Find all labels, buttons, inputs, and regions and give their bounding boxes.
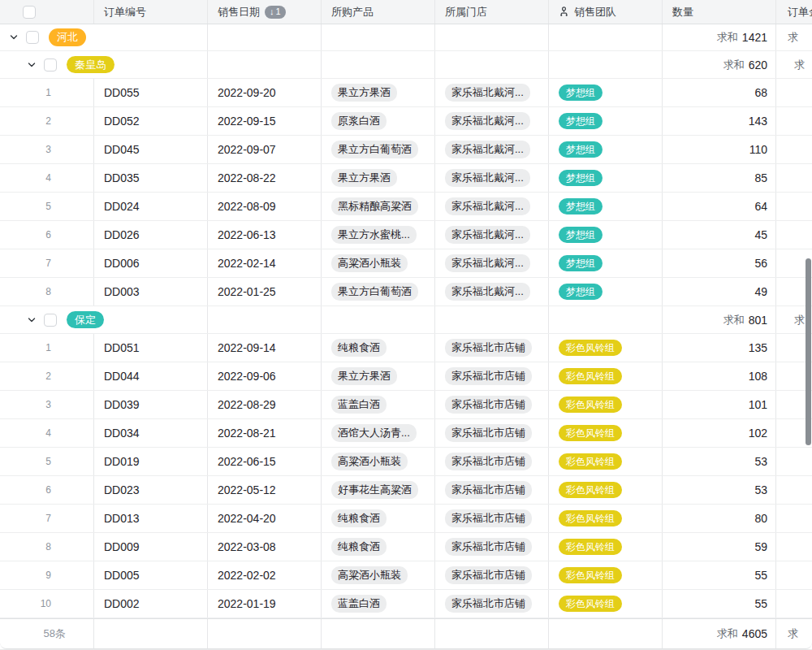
quantity-cell[interactable]: 110 xyxy=(663,136,776,163)
team-cell[interactable]: 梦想组 xyxy=(549,193,663,220)
date-cell[interactable]: 2022-08-22 xyxy=(208,164,322,192)
date-cell[interactable]: 2022-05-12 xyxy=(208,476,322,504)
group-header-row-保定[interactable]: 保定求和801求 xyxy=(0,306,812,334)
store-cell[interactable]: 家乐福北市店铺 xyxy=(435,590,549,618)
order-id-cell[interactable]: DD052 xyxy=(94,107,208,135)
group-checkbox[interactable] xyxy=(26,31,39,44)
quantity-cell[interactable]: 45 xyxy=(663,221,776,249)
chevron-down-icon[interactable] xyxy=(8,32,19,43)
order-id-cell[interactable]: DD005 xyxy=(94,561,208,589)
product-cell[interactable]: 好事花生高粱酒 xyxy=(322,476,435,504)
table-row[interactable]: 5DD0242022-08-09黑标精酿高粱酒家乐福北戴河...梦想组64 xyxy=(0,193,812,221)
date-cell[interactable]: 2022-06-15 xyxy=(208,448,322,475)
team-cell[interactable]: 彩色风铃组 xyxy=(549,476,663,504)
quantity-cell[interactable]: 59 xyxy=(663,533,776,561)
store-cell[interactable]: 家乐福北市店铺 xyxy=(435,419,549,447)
amount-cell[interactable] xyxy=(776,136,812,163)
table-row[interactable]: 5DD0192022-06-15高粱酒小瓶装家乐福北市店铺彩色风铃组53 xyxy=(0,448,812,476)
table-row[interactable]: 1DD0512022-09-14纯粮食酒家乐福北市店铺彩色风铃组135 xyxy=(0,334,812,362)
table-row[interactable]: 2DD0442022-09-06果立方果酒家乐福北市店铺彩色风铃组108 xyxy=(0,362,812,391)
quantity-cell[interactable]: 85 xyxy=(663,164,776,192)
date-cell[interactable]: 2022-08-29 xyxy=(208,391,322,418)
date-cell[interactable]: 2022-01-19 xyxy=(208,590,322,618)
store-cell[interactable]: 家乐福北戴河... xyxy=(435,278,549,306)
quantity-cell[interactable]: 135 xyxy=(663,334,776,362)
date-cell[interactable]: 2022-01-25 xyxy=(208,278,322,306)
table-row[interactable]: 6DD0262022-06-13果立方水蜜桃...家乐福北戴河...梦想组45 xyxy=(0,221,812,249)
store-cell[interactable]: 家乐福北市店铺 xyxy=(435,476,549,504)
store-cell[interactable]: 家乐福北市店铺 xyxy=(435,362,549,390)
team-cell[interactable]: 彩色风铃组 xyxy=(549,419,663,447)
date-cell[interactable]: 2022-09-07 xyxy=(208,136,322,163)
footer-sum-amount[interactable]: 求 xyxy=(776,619,812,648)
table-row[interactable]: 3DD0452022-09-07果立方白葡萄酒家乐福北戴河...梦想组110 xyxy=(0,136,812,164)
team-cell[interactable]: 彩色风铃组 xyxy=(549,561,663,589)
quantity-cell[interactable]: 80 xyxy=(663,505,776,532)
team-cell[interactable]: 彩色风铃组 xyxy=(549,505,663,532)
date-cell[interactable]: 2022-09-06 xyxy=(208,362,322,390)
team-cell[interactable]: 彩色风铃组 xyxy=(549,533,663,561)
quantity-cell[interactable]: 55 xyxy=(663,561,776,589)
store-cell[interactable]: 家乐福北戴河... xyxy=(435,136,549,163)
team-cell[interactable]: 彩色风铃组 xyxy=(549,362,663,390)
order-id-cell[interactable]: DD026 xyxy=(94,221,208,249)
quantity-cell[interactable]: 108 xyxy=(663,362,776,390)
product-cell[interactable]: 原浆白酒 xyxy=(322,107,435,135)
date-cell[interactable]: 2022-09-20 xyxy=(208,79,322,106)
column-header-quantity[interactable]: 数量 xyxy=(663,0,776,24)
team-cell[interactable]: 梦想组 xyxy=(549,107,663,135)
quantity-cell[interactable]: 101 xyxy=(663,391,776,418)
quantity-cell[interactable]: 68 xyxy=(663,79,776,106)
sort-badge[interactable]: ↓ 1 xyxy=(265,6,286,19)
order-id-cell[interactable]: DD039 xyxy=(94,391,208,418)
team-cell[interactable]: 彩色风铃组 xyxy=(549,391,663,418)
column-header-team[interactable]: 销售团队 xyxy=(549,0,663,24)
store-cell[interactable]: 家乐福北戴河... xyxy=(435,221,549,249)
column-header-store[interactable]: 所属门店 xyxy=(435,0,549,24)
product-cell[interactable]: 果立方果酒 xyxy=(322,164,435,192)
table-row[interactable]: 8DD0032022-01-25果立方白葡萄酒家乐福北戴河...梦想组49 xyxy=(0,278,812,306)
team-cell[interactable]: 梦想组 xyxy=(549,249,663,277)
date-cell[interactable]: 2022-02-02 xyxy=(208,561,322,589)
table-row[interactable]: 4DD0342022-08-21酒馆大人汤青...家乐福北市店铺彩色风铃组102 xyxy=(0,419,812,448)
quantity-cell[interactable]: 64 xyxy=(663,193,776,220)
store-cell[interactable]: 家乐福北市店铺 xyxy=(435,505,549,532)
chevron-down-icon[interactable] xyxy=(26,314,37,326)
amount-cell[interactable] xyxy=(776,590,812,618)
product-cell[interactable]: 果立方白葡萄酒 xyxy=(322,278,435,306)
order-id-cell[interactable]: DD013 xyxy=(94,505,208,532)
order-id-cell[interactable]: DD003 xyxy=(94,278,208,306)
team-cell[interactable]: 梦想组 xyxy=(549,221,663,249)
chevron-down-icon[interactable] xyxy=(26,59,37,71)
vertical-scrollbar-thumb[interactable] xyxy=(806,258,811,445)
team-cell[interactable]: 彩色风铃组 xyxy=(549,590,663,618)
team-cell[interactable]: 梦想组 xyxy=(549,136,663,163)
column-header-order-id[interactable]: 订单编号 xyxy=(94,0,208,24)
order-id-cell[interactable]: DD034 xyxy=(94,419,208,447)
store-cell[interactable]: 家乐福北市店铺 xyxy=(435,448,549,475)
store-cell[interactable]: 家乐福北市店铺 xyxy=(435,334,549,362)
column-header-amount[interactable]: 订单金 xyxy=(776,0,812,24)
order-id-cell[interactable]: DD051 xyxy=(94,334,208,362)
table-row[interactable]: 7DD0062022-02-14高粱酒小瓶装家乐福北戴河...梦想组56 xyxy=(0,249,812,278)
table-row[interactable]: 1DD0552022-09-20果立方果酒家乐福北戴河...梦想组68 xyxy=(0,79,812,107)
product-cell[interactable]: 纯粮食酒 xyxy=(322,334,435,362)
table-row[interactable]: 9DD0052022-02-02高粱酒小瓶装家乐福北市店铺彩色风铃组55 xyxy=(0,561,812,590)
date-cell[interactable]: 2022-06-13 xyxy=(208,221,322,249)
product-cell[interactable]: 纯粮食酒 xyxy=(322,505,435,532)
table-row[interactable]: 10DD0022022-01-19蓝盖白酒家乐福北市店铺彩色风铃组55 xyxy=(0,590,812,618)
product-cell[interactable]: 高粱酒小瓶装 xyxy=(322,561,435,589)
order-id-cell[interactable]: DD024 xyxy=(94,193,208,220)
order-id-cell[interactable]: DD009 xyxy=(94,533,208,561)
team-cell[interactable]: 梦想组 xyxy=(549,79,663,106)
store-cell[interactable]: 家乐福北戴河... xyxy=(435,193,549,220)
product-cell[interactable]: 纯粮食酒 xyxy=(322,533,435,561)
table-row[interactable]: 4DD0352022-08-22果立方果酒家乐福北戴河...梦想组85 xyxy=(0,164,812,193)
table-row[interactable]: 6DD0232022-05-12好事花生高粱酒家乐福北市店铺彩色风铃组53 xyxy=(0,476,812,505)
group-checkbox[interactable] xyxy=(44,58,57,72)
quantity-cell[interactable]: 56 xyxy=(663,249,776,277)
amount-cell[interactable] xyxy=(776,79,812,106)
date-cell[interactable]: 2022-09-14 xyxy=(208,334,322,362)
product-cell[interactable]: 酒馆大人汤青... xyxy=(322,419,435,447)
amount-cell[interactable] xyxy=(776,193,812,220)
